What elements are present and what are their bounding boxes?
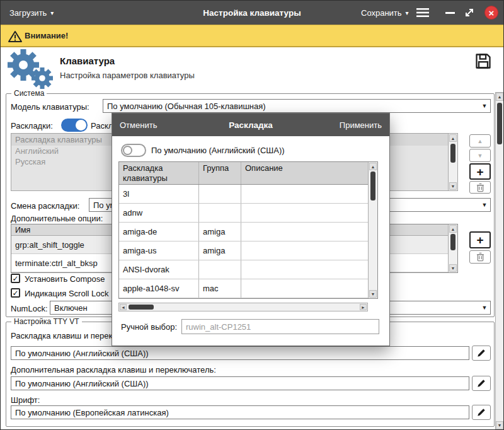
trash-icon xyxy=(476,183,484,192)
layout-move-down-button[interactable]: ▼ xyxy=(469,149,491,162)
scroll-down-icon[interactable]: ▼ xyxy=(496,421,503,429)
page-title: Клавиатура xyxy=(60,55,115,66)
cell-layout: ANSI-dvorak xyxy=(119,260,199,279)
layouts-table-scrollbar[interactable]: ▲ ▼ xyxy=(368,162,377,298)
scroll-up-icon[interactable]: ▲ xyxy=(449,225,457,233)
layout-add-button[interactable]: + xyxy=(469,163,491,180)
plus-icon: + xyxy=(476,234,483,246)
header-layout: Раскладка клавиатуры xyxy=(119,162,199,184)
close-button[interactable]: × xyxy=(484,6,498,20)
scrollbar-thumb[interactable] xyxy=(450,234,455,250)
tty-layout-field[interactable]: По умолчанию (Английский (США)) xyxy=(11,346,469,360)
close-icon: × xyxy=(489,8,495,18)
scroll-down-icon[interactable]: ▼ xyxy=(369,290,377,298)
layouts-table: Раскладка клавиатуры Группа Описание 3l … xyxy=(118,161,378,299)
scrollbar-thumb[interactable] xyxy=(450,144,455,163)
tty-extra-layout-value: По умолчанию (Английский (США)) xyxy=(11,379,469,388)
cell-group: amiga xyxy=(199,223,241,241)
table-row[interactable]: apple-a1048-sv mac xyxy=(119,279,368,298)
toggle-knob xyxy=(123,146,132,155)
tty-font-edit-button[interactable] xyxy=(472,405,491,420)
cell-description xyxy=(241,260,368,279)
save-menu-button[interactable]: Сохранить ▾ xyxy=(361,1,409,25)
layout-dialog-header: Отменить Раскладка Применить xyxy=(112,113,389,136)
scroll-up-icon[interactable]: ▲ xyxy=(369,163,377,170)
apply-button[interactable]: Применить xyxy=(340,113,382,136)
tty-layout-edit-button[interactable] xyxy=(472,346,491,361)
layouts-toggle[interactable] xyxy=(61,119,88,132)
scrolllock-checkbox-label: Индикация Scroll Lock xyxy=(25,289,109,298)
scroll-up-icon[interactable]: ▲ xyxy=(496,93,503,101)
default-layout-toggle[interactable] xyxy=(121,144,146,157)
table-row[interactable]: amiga-de amiga xyxy=(119,223,368,241)
compose-checkbox-label: Установить Compose xyxy=(25,274,105,284)
load-menu-button[interactable]: Загрузить ▾ xyxy=(9,1,54,25)
scrollbar-thumb[interactable] xyxy=(129,305,154,310)
cell-group xyxy=(199,204,241,222)
cell-group xyxy=(199,185,241,203)
fullscreen-button[interactable] xyxy=(464,8,474,18)
option-add-button[interactable]: + xyxy=(469,231,491,248)
layouts-label: Раскладки: xyxy=(11,121,53,131)
warning-text: Внимание! xyxy=(25,31,68,40)
minimize-icon xyxy=(445,12,455,14)
toggle-knob xyxy=(76,120,86,131)
table-row[interactable]: 3l xyxy=(119,185,368,204)
keyboard-model-value: По умолчанию (Обычная 105-клавишная) xyxy=(103,102,479,111)
load-menu-label: Загрузить xyxy=(9,8,47,18)
app-window: Загрузить ▾ Настройка клавиатуры Сохрани… xyxy=(0,0,504,430)
option-remove-button[interactable] xyxy=(469,250,491,264)
scroll-right-icon[interactable]: ► xyxy=(360,304,367,310)
layouts-table-hscrollbar[interactable]: ◄ ► xyxy=(118,303,368,311)
manual-select-input[interactable] xyxy=(181,319,379,334)
cell-description xyxy=(241,204,368,222)
keyboard-model-label: Модель клавиатуры: xyxy=(11,102,89,112)
table-row[interactable]: ANSI-dvorak xyxy=(119,260,368,279)
scroll-up-icon[interactable]: ▲ xyxy=(449,134,457,142)
scroll-left-icon[interactable]: ◄ xyxy=(120,304,127,310)
layout-move-up-button[interactable]: ▲ xyxy=(469,134,491,148)
tty-group-legend: Настройка TTY VT xyxy=(11,317,82,326)
dropdown-arrow-icon: ▼ xyxy=(479,103,490,109)
keyboard-model-select[interactable]: По умолчанию (Обычная 105-клавишная) ▼ xyxy=(103,99,491,113)
pencil-icon xyxy=(477,379,486,388)
layouts-toggle-text: Раскл xyxy=(91,121,113,131)
minimize-button[interactable] xyxy=(445,12,455,14)
main-scrollbar[interactable]: ▲ ▼ xyxy=(495,92,504,430)
floppy-icon xyxy=(474,52,492,70)
manual-select-label: Ручной выбор: xyxy=(121,322,177,332)
tty-font-field[interactable]: По умолчанию (Европейская латинская) xyxy=(11,405,469,419)
menu-button[interactable] xyxy=(416,8,429,17)
pencil-icon xyxy=(477,408,486,417)
scrollbar-thumb[interactable] xyxy=(497,103,502,144)
scrolllock-checkbox[interactable]: ✓ xyxy=(11,288,20,298)
tty-layout-value: По умолчанию (Английский (США)) xyxy=(11,349,469,358)
cancel-button[interactable]: Отменить xyxy=(120,113,157,136)
default-layout-toggle-label: По умолчанию (Английский (США)) xyxy=(151,146,285,155)
pencil-icon xyxy=(477,349,486,357)
tty-extra-layout-edit-button[interactable] xyxy=(472,376,491,391)
cell-layout: 3l xyxy=(119,185,199,203)
tty-extra-layout-label: Дополнительная раскладка клавиш и перекл… xyxy=(11,365,216,375)
layout-remove-button[interactable] xyxy=(469,181,491,194)
scroll-down-icon[interactable]: ▼ xyxy=(449,182,457,190)
tty-font-label: Шрифт: xyxy=(11,395,40,405)
arrow-down-icon: ▼ xyxy=(478,153,483,159)
table-row[interactable]: adnw xyxy=(119,204,368,223)
save-file-button[interactable] xyxy=(474,52,492,70)
cell-layout: adnw xyxy=(119,204,199,222)
gears-icon xyxy=(6,47,55,89)
table-row[interactable]: amiga-us amiga xyxy=(119,241,368,260)
layouts-list-scrollbar[interactable]: ▲ ▼ xyxy=(448,134,457,190)
tty-extra-layout-field[interactable]: По умолчанию (Английский (США)) xyxy=(11,376,469,390)
scroll-down-icon[interactable]: ▼ xyxy=(449,264,457,272)
header-description: Описание xyxy=(241,162,368,184)
compose-checkbox[interactable]: ✓ xyxy=(11,274,20,283)
options-table-scrollbar[interactable]: ▲ ▼ xyxy=(448,224,457,272)
caret-down-icon: ▾ xyxy=(406,9,409,16)
warning-bar: Внимание! xyxy=(1,25,503,47)
cell-description xyxy=(241,185,368,203)
scrollbar-thumb[interactable] xyxy=(370,171,375,200)
arrow-up-icon: ▲ xyxy=(478,138,483,144)
page-subtitle: Настройка параметров клавиатуры xyxy=(60,71,195,80)
